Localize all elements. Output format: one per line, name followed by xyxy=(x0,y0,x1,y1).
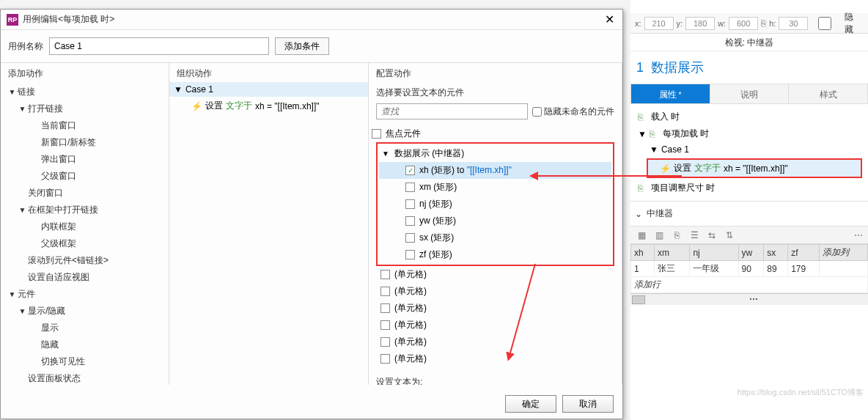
table-header[interactable]: xh xyxy=(631,245,655,261)
table-header[interactable]: sx xyxy=(764,245,788,261)
organize-panel: 组织动作 ▼ Case 1 ⚡ 设置 文字于 xh = "[[Item.xh]]… xyxy=(169,63,369,385)
scroll-thumb[interactable] xyxy=(632,295,645,304)
action-tree-item[interactable]: ▼元件 xyxy=(5,286,164,303)
cell-item[interactable]: (单元格) xyxy=(369,266,622,283)
dialog-title: 用例编辑<每项加载 时> xyxy=(23,13,602,26)
table-header[interactable]: zf xyxy=(788,245,820,261)
hide-unnamed-checkbox[interactable]: 隐藏未命名的元件 xyxy=(532,106,614,118)
toolbar-btn[interactable]: ▦ xyxy=(635,229,648,242)
action-node[interactable]: ⚡ 设置 文字于 xh = "[[Item.xh]]" xyxy=(648,160,861,177)
case-row[interactable]: ▼ Case 1 xyxy=(169,82,368,97)
case-name-input[interactable] xyxy=(49,37,269,55)
widget-item[interactable]: zf (矩形) xyxy=(379,246,611,263)
action-tree-item[interactable]: 父级窗口 xyxy=(5,168,164,185)
action-tree-item[interactable]: 设置自适应视图 xyxy=(5,269,164,286)
checkbox[interactable] xyxy=(405,183,415,192)
action-tree-item[interactable]: 当前窗口 xyxy=(5,117,164,134)
checkbox[interactable] xyxy=(380,287,390,296)
add-action-header: 添加动作 xyxy=(1,63,169,82)
widget-name: 数据展示 xyxy=(651,59,704,76)
action-tree-item[interactable]: ▼打开链接 xyxy=(5,100,164,117)
checkbox[interactable] xyxy=(405,250,415,259)
toolbar-btn[interactable]: ⇆ xyxy=(705,229,718,242)
toolbar-btn[interactable]: ⎘ xyxy=(670,229,683,242)
action-tree-item[interactable]: 关闭窗口 xyxy=(5,185,164,202)
horizontal-scrollbar[interactable]: ⋯ xyxy=(630,293,868,305)
repeater-group[interactable]: ▼ 数据展示 (中继器) xyxy=(379,145,611,162)
action-tree-item[interactable]: 切换可见性 xyxy=(5,353,164,370)
checkbox[interactable]: ✓ xyxy=(405,166,415,175)
table-header[interactable]: yw xyxy=(738,245,764,261)
action-tree-item[interactable]: 新窗口/新标签 xyxy=(5,134,164,151)
action-prefix: 设置 xyxy=(205,100,223,112)
search-input[interactable] xyxy=(376,103,528,119)
lock-icon[interactable]: ⎘ xyxy=(761,18,766,29)
widget-item[interactable]: yw (矩形) xyxy=(379,213,611,229)
x-input[interactable] xyxy=(644,17,674,30)
cancel-button[interactable]: 取消 xyxy=(562,395,614,413)
checkbox[interactable] xyxy=(380,270,390,279)
action-tree-item[interactable]: 内联框架 xyxy=(5,218,164,235)
checkbox[interactable] xyxy=(405,233,415,243)
table-header[interactable]: nj xyxy=(690,245,738,261)
relay-toolbar: ▦ ▥ ⎘ ☰ ⇆ ⇅ ⋯ xyxy=(630,226,868,244)
focus-widget-item[interactable]: 焦点元件 xyxy=(369,125,622,142)
action-tree-item[interactable]: 显示 xyxy=(5,320,164,336)
hide-unnamed-cb[interactable] xyxy=(532,107,542,117)
action-tree-item[interactable]: ▼链接 xyxy=(5,84,164,100)
onload-event[interactable]: ⎘载入 时 xyxy=(633,108,865,125)
widget-item[interactable]: nj (矩形) xyxy=(379,196,611,213)
checkbox[interactable] xyxy=(380,337,390,347)
checkbox[interactable] xyxy=(380,303,390,313)
action-tree-item[interactable]: 弹出窗口 xyxy=(5,151,164,168)
organize-header: 组织动作 xyxy=(169,63,368,82)
action-tree-item[interactable]: 滚动到元件<锚链接> xyxy=(5,252,164,269)
cell-item[interactable]: (单元格) xyxy=(369,350,622,367)
add-row-cell[interactable]: 添加行 xyxy=(631,277,868,293)
action-tree-item[interactable]: 父级框架 xyxy=(5,235,164,252)
table-header[interactable]: xm xyxy=(654,245,690,261)
w-input[interactable] xyxy=(729,17,758,30)
add-condition-button[interactable]: 添加条件 xyxy=(275,37,329,55)
cell-item[interactable]: (单元格) xyxy=(369,317,622,334)
menu-icon[interactable]: ⋯ xyxy=(852,229,865,242)
toolbar-btn[interactable]: ☰ xyxy=(688,229,701,242)
add-column-header[interactable]: 添加列 xyxy=(819,245,867,261)
action-row[interactable]: ⚡ 设置 文字于 xh = "[[Item.xh]]" xyxy=(169,97,368,115)
h-label: h: xyxy=(769,19,776,28)
case-node[interactable]: ▼Case 1 xyxy=(633,142,865,157)
cell-item[interactable]: (单元格) xyxy=(369,300,622,317)
checkbox[interactable] xyxy=(372,129,381,139)
toolbar-btn[interactable]: ▥ xyxy=(652,229,666,242)
action-tree-item[interactable]: ▼在框架中打开链接 xyxy=(5,202,164,218)
checkbox[interactable] xyxy=(405,199,415,209)
checkbox[interactable] xyxy=(380,320,390,330)
per-item-event[interactable]: ▼⎘每项加载 时 xyxy=(633,125,865,142)
cell-item[interactable]: (单元格) xyxy=(369,283,622,300)
chevron-down-icon: ▼ xyxy=(174,84,183,95)
action-tree-item[interactable]: ▼显示/隐藏 xyxy=(5,303,164,320)
checkbox[interactable] xyxy=(380,354,390,364)
cell-item[interactable]: (单元格) xyxy=(369,334,622,350)
relay-section-header[interactable]: ⌄ 中继器 xyxy=(630,202,868,226)
hide-checkbox[interactable] xyxy=(811,17,839,30)
tab-description[interactable]: 说明 xyxy=(710,84,790,104)
widget-item[interactable]: xm (矩形) xyxy=(379,179,611,196)
checkbox[interactable] xyxy=(405,216,415,226)
ok-button[interactable]: 确定 xyxy=(505,395,556,413)
chevron-down-icon: ▼ xyxy=(650,144,658,155)
resize-event[interactable]: ⎘项目调整尺寸 时 xyxy=(633,180,865,196)
widget-item[interactable]: ✓xh (矩形) to "[[Item.xh]]" xyxy=(379,162,611,179)
event-tree: ⎘载入 时 ▼⎘每项加载 时 ▼Case 1 ⚡ 设置 文字于 xh = "[[… xyxy=(630,104,868,202)
action-tree-item[interactable]: 隐藏 xyxy=(5,336,164,353)
h-input[interactable] xyxy=(779,17,808,30)
action-tree-item[interactable]: 设置面板状态 xyxy=(5,370,164,385)
tab-style[interactable]: 样式 xyxy=(789,84,868,104)
tab-attributes[interactable]: 属性* xyxy=(630,84,710,104)
toolbar-btn[interactable]: ⇅ xyxy=(723,229,736,242)
table-row[interactable]: 1张三一年级9089179 xyxy=(631,261,868,277)
event-icon: ⎘ xyxy=(638,112,648,122)
close-icon[interactable]: ✕ xyxy=(602,12,617,27)
widget-item[interactable]: sx (矩形) xyxy=(379,229,611,246)
y-input[interactable] xyxy=(685,17,715,30)
